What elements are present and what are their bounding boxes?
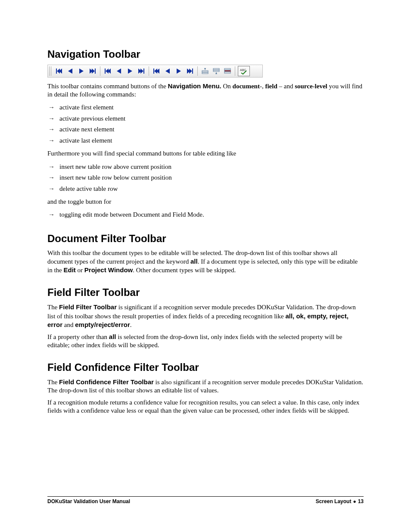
list-item: activate first element	[47, 102, 364, 113]
heading-field-filter-toolbar: Field Filter Toolbar	[47, 286, 364, 299]
nav-mid-text: Furthermore you will find special comman…	[47, 149, 364, 158]
svg-rect-7	[95, 68, 96, 74]
svg-rect-15	[143, 68, 144, 74]
svg-rect-30	[224, 68, 230, 70]
insert-row-below-icon	[212, 66, 221, 76]
page-footer: DOKuStar Validation User Manual Screen L…	[47, 496, 364, 504]
nav-table-list: insert new table row above current posit…	[47, 162, 364, 195]
insert-row-above-icon	[200, 66, 210, 76]
footer-manual-title: DOKuStar Validation User Manual	[47, 498, 130, 504]
svg-marker-3	[68, 68, 72, 74]
nav-prev-icon	[65, 66, 75, 76]
svg-rect-25	[202, 72, 208, 74]
abc-toggle-icon: ABC	[238, 66, 250, 76]
svg-rect-27	[213, 68, 219, 70]
toolbar-grip-icon	[49, 66, 52, 76]
nav-intro-text: This toolbar contains command buttons of…	[47, 82, 364, 99]
toolbar-separator	[197, 66, 198, 76]
list-item: delete active table row	[47, 184, 364, 195]
confidence-paragraph-1: The Field Confidence Filter Toolbar is a…	[47, 378, 364, 395]
nav-first-icon	[152, 66, 161, 76]
nav-toggle-list: toggling edit mode between Document and …	[47, 209, 364, 221]
toolbar-separator	[235, 66, 235, 76]
nav-next-icon	[174, 66, 184, 76]
heading-navigation-toolbar: Navigation Toolbar	[47, 48, 364, 60]
svg-marker-11	[117, 68, 121, 74]
toolbar-separator	[149, 66, 149, 76]
nav-command-list: activate first element activate previous…	[47, 102, 364, 146]
svg-rect-16	[153, 68, 154, 74]
fieldfilter-paragraph-2: If a property other than all is selected…	[47, 333, 364, 349]
svg-marker-6	[92, 68, 95, 74]
toolbar-separator	[100, 66, 100, 76]
list-item: insert new table row below current posit…	[47, 172, 364, 184]
svg-marker-20	[177, 68, 181, 74]
nav-next-icon	[77, 66, 86, 76]
list-item: insert new table row above current posit…	[47, 162, 364, 173]
docfilter-paragraph: With this toolbar the document types to …	[47, 249, 364, 275]
footer-page-info: Screen Layout●13	[316, 498, 364, 504]
svg-marker-12	[128, 68, 132, 74]
svg-marker-19	[165, 68, 170, 74]
nav-next-icon	[125, 66, 135, 76]
svg-marker-29	[215, 72, 217, 74]
delete-row-icon	[223, 66, 232, 76]
list-item: activate next element	[47, 124, 364, 135]
list-item: toggling edit mode between Document and …	[47, 209, 364, 221]
svg-marker-22	[189, 68, 192, 74]
list-item: activate last element	[47, 135, 364, 146]
list-item: activate previous element	[47, 113, 364, 124]
nav-prev-icon	[163, 66, 172, 76]
svg-text:ABC: ABC	[240, 68, 246, 72]
heading-field-confidence-filter-toolbar: Field Confidence Filter Toolbar	[47, 361, 364, 373]
nav-prev-icon	[114, 66, 124, 76]
heading-document-filter-toolbar: Document Filter Toolbar	[47, 233, 364, 245]
nav-first-icon	[103, 66, 112, 76]
fieldfilter-paragraph-1: The Field Filter Toolbar is significant …	[47, 303, 364, 329]
svg-rect-0	[56, 68, 57, 74]
svg-rect-24	[202, 71, 208, 72]
svg-marker-4	[79, 68, 84, 74]
confidence-paragraph-2: If a recognition module returns a confid…	[47, 398, 364, 415]
svg-marker-26	[204, 68, 206, 70]
navigation-toolbar-image: ABC	[47, 65, 263, 78]
nav-last-icon	[185, 66, 195, 76]
nav-toggle-intro: and the toggle button for	[47, 198, 364, 206]
svg-rect-32	[224, 72, 230, 73]
svg-rect-31	[224, 70, 230, 72]
nav-last-icon	[88, 66, 97, 76]
svg-rect-28	[213, 70, 219, 72]
svg-marker-14	[140, 68, 143, 74]
nav-last-icon	[137, 66, 146, 76]
nav-first-icon	[54, 66, 64, 76]
svg-rect-23	[192, 68, 193, 74]
svg-rect-8	[105, 68, 106, 74]
